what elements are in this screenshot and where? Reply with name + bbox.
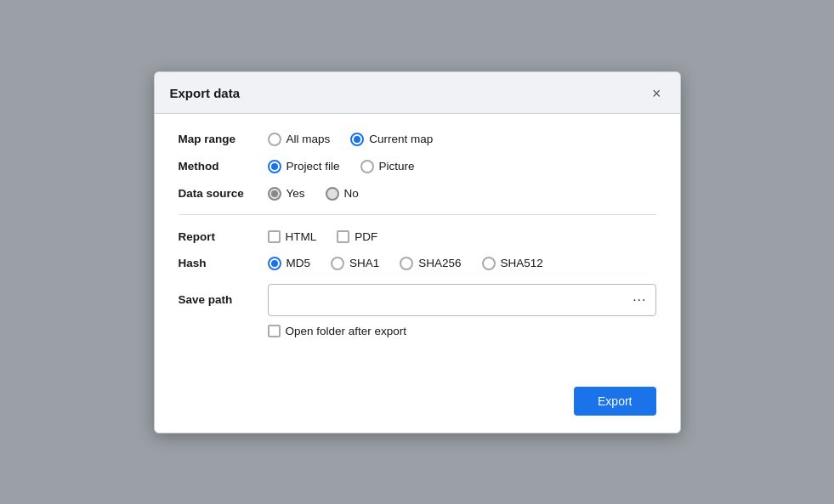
md5-label: MD5 <box>287 257 311 269</box>
sha1-radio[interactable] <box>331 257 344 270</box>
pdf-checkbox[interactable] <box>337 230 349 243</box>
hash-row: Hash MD5 SHA1 SHA256 SHA512 <box>179 257 656 270</box>
picture-option[interactable]: Picture <box>360 160 415 173</box>
sha512-label: SHA512 <box>501 257 543 269</box>
project-file-option[interactable]: Project file <box>268 160 340 173</box>
ds-no-label: No <box>344 187 359 200</box>
method-controls: Project file Picture <box>268 160 415 173</box>
ds-yes-option[interactable]: Yes <box>268 187 305 201</box>
sha1-label: SHA1 <box>349 257 379 269</box>
open-folder-row: Open folder after export <box>268 325 656 337</box>
html-checkbox[interactable] <box>268 230 281 243</box>
divider <box>179 214 656 215</box>
pdf-label: PDF <box>355 230 377 243</box>
method-label: Method <box>179 160 268 173</box>
sha512-option[interactable]: SHA512 <box>482 257 543 270</box>
html-label: HTML <box>286 230 317 243</box>
dialog-body: Map range All maps Current map Method Pr… <box>155 114 680 378</box>
current-map-label: Current map <box>369 133 433 145</box>
ds-yes-radio[interactable] <box>268 187 281 201</box>
ds-no-radio[interactable] <box>326 187 339 201</box>
map-range-label: Map range <box>179 133 268 145</box>
save-path-row: Save path ··· <box>179 284 656 316</box>
close-button[interactable]: × <box>649 84 665 103</box>
open-folder-checkbox[interactable] <box>268 325 281 337</box>
save-path-label: Save path <box>179 293 268 306</box>
picture-label: Picture <box>379 160 415 173</box>
project-file-label: Project file <box>287 160 340 173</box>
data-source-controls: Yes No <box>268 187 359 201</box>
md5-option[interactable]: MD5 <box>268 257 311 270</box>
dialog-title: Export data <box>170 86 241 100</box>
all-maps-radio[interactable] <box>268 133 281 146</box>
sha256-option[interactable]: SHA256 <box>400 257 461 270</box>
map-range-controls: All maps Current map <box>268 133 434 146</box>
current-map-radio[interactable] <box>350 133 364 146</box>
data-source-label: Data source <box>179 187 268 200</box>
hash-label: Hash <box>179 257 268 269</box>
export-button[interactable]: Export <box>574 387 655 416</box>
open-folder-label: Open folder after export <box>286 325 407 337</box>
project-file-radio[interactable] <box>268 160 281 173</box>
ds-yes-label: Yes <box>287 187 305 200</box>
dialog-header: Export data × <box>155 72 680 114</box>
sha256-radio[interactable] <box>400 257 413 270</box>
sha256-label: SHA256 <box>418 257 461 269</box>
dialog-footer: Export <box>155 378 680 433</box>
md5-radio[interactable] <box>268 257 281 270</box>
data-source-row: Data source Yes No <box>179 187 656 201</box>
all-maps-option[interactable]: All maps <box>268 133 331 146</box>
pdf-option[interactable]: PDF <box>337 230 377 243</box>
save-path-input-wrapper: ··· <box>268 284 656 316</box>
hash-controls: MD5 SHA1 SHA256 SHA512 <box>268 257 543 270</box>
sha512-radio[interactable] <box>482 257 496 270</box>
browse-button[interactable]: ··· <box>633 292 646 308</box>
report-row: Report HTML PDF <box>179 230 656 243</box>
report-label: Report <box>179 230 268 243</box>
ds-no-option[interactable]: No <box>326 187 359 201</box>
picture-radio[interactable] <box>360 160 374 173</box>
all-maps-label: All maps <box>287 133 331 145</box>
map-range-row: Map range All maps Current map <box>179 133 656 146</box>
open-folder-option[interactable]: Open folder after export <box>268 325 407 337</box>
save-path-input[interactable] <box>277 293 628 306</box>
report-controls: HTML PDF <box>268 230 378 243</box>
sha1-option[interactable]: SHA1 <box>331 257 379 270</box>
export-dialog: Export data × Map range All maps Current… <box>154 71 681 433</box>
html-option[interactable]: HTML <box>268 230 317 243</box>
current-map-option[interactable]: Current map <box>350 133 433 146</box>
method-row: Method Project file Picture <box>179 160 656 173</box>
